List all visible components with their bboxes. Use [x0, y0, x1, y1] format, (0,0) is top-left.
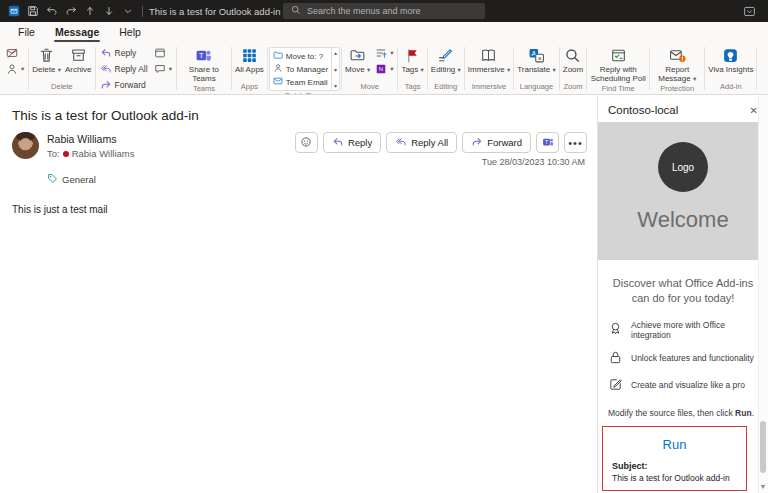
scheduling-poll-icon: [610, 47, 627, 64]
ribbon-tabs: File Message Help: [0, 22, 768, 43]
feature-list: Achieve more with Office integration Unl…: [598, 310, 768, 394]
reading-pane: This is a test for Outlook add-in Rabia …: [0, 96, 597, 493]
zoom-icon: [564, 47, 581, 64]
group-label-respond: Respond: [96, 92, 176, 95]
ribbon-group-teams: T Share to Teams Teams: [177, 43, 231, 94]
more-respond-button[interactable]: ▾: [152, 62, 174, 76]
translate-button[interactable]: Aa Translate ▾: [515, 46, 558, 75]
group-label-find-time: Find Time: [587, 84, 649, 95]
reply-button[interactable]: Reply: [98, 46, 150, 60]
search-box[interactable]: Search the menus and more: [283, 3, 485, 19]
ribbon-layout-toggle-button[interactable]: [743, 5, 756, 18]
group-label-contoso: [757, 84, 768, 95]
group-label-immersive: Immersive: [465, 82, 513, 94]
taskpane-scrollbar[interactable]: ▼: [758, 96, 768, 493]
immersive-button[interactable]: Immersive ▾: [466, 46, 512, 75]
share-to-teams-button[interactable]: T Share to Teams: [178, 46, 230, 84]
customize-qat-chevron-icon[interactable]: [122, 5, 134, 17]
meeting-button[interactable]: [152, 46, 174, 60]
sensitivity-label[interactable]: General: [0, 167, 597, 186]
scroll-down-icon[interactable]: ▼: [760, 483, 767, 490]
contoso-addin-button[interactable]: Contoso Add-in ▾: [758, 46, 768, 84]
taskpane-banner: Logo Welcome: [598, 122, 768, 260]
titlebar-right-controls: [743, 5, 768, 18]
dropdown-chevron: ▾: [21, 65, 24, 73]
ribbon-award-icon: [608, 321, 623, 338]
delete-button[interactable]: Delete ▾: [30, 46, 63, 75]
all-apps-button[interactable]: All Apps: [233, 46, 266, 75]
scroll-up-icon[interactable]: ▴: [334, 49, 337, 56]
forward-action-button[interactable]: Forward: [462, 132, 531, 153]
run-button[interactable]: Run: [608, 432, 741, 461]
save-button[interactable]: [27, 5, 39, 17]
group-label-tags: Tags: [398, 82, 426, 94]
next-item-button[interactable]: [103, 5, 115, 17]
archive-button[interactable]: Archive: [63, 46, 94, 75]
rules-button[interactable]: ▾: [373, 46, 395, 60]
report-message-icon: [669, 47, 686, 64]
tab-file[interactable]: File: [8, 23, 45, 43]
reply-all-button[interactable]: Reply All: [98, 62, 150, 76]
reply-icon: [332, 136, 344, 150]
archive-label: Archive: [65, 65, 92, 74]
quick-step-team-email[interactable]: Team Email: [273, 76, 328, 88]
to-label: To:: [47, 148, 60, 159]
report-message-button[interactable]: Report Message ▾: [651, 46, 703, 84]
share-to-teams-action-button[interactable]: T: [536, 132, 559, 153]
scheduling-poll-button[interactable]: Reply with Scheduling Poll: [588, 46, 648, 84]
chat-icon: [154, 63, 166, 75]
sender-name[interactable]: Rabia Williams: [47, 132, 135, 145]
move-folder-icon: [349, 47, 366, 64]
group-label-delete: Delete: [29, 82, 94, 94]
group-label-apps: Apps: [232, 82, 267, 94]
previous-item-button[interactable]: [84, 5, 96, 17]
dropdown-chevron: ▾: [507, 66, 510, 73]
move-button[interactable]: Move ▾: [343, 46, 372, 75]
editing-icon: [437, 47, 454, 64]
quick-steps-scroll: ▴ ▾ ▾: [331, 48, 339, 90]
forward-icon: [100, 79, 112, 91]
sender-avatar[interactable]: [12, 132, 39, 159]
dropdown-chevron: ▾: [390, 49, 393, 57]
gallery-more-icon[interactable]: ▾: [334, 82, 337, 89]
forward-button[interactable]: Forward: [98, 78, 150, 92]
rules-icon: [375, 47, 387, 59]
dropdown-chevron: ▾: [552, 66, 555, 73]
scrollbar-thumb[interactable]: [760, 421, 766, 473]
tags-button[interactable]: Tags ▾: [399, 46, 425, 75]
list-item: Achieve more with Office integration: [608, 320, 762, 340]
ignore-button[interactable]: [4, 46, 26, 60]
group-label-quick-steps: Quick Steps: [268, 91, 341, 95]
ribbon-group-respond: Reply Reply All Forward ▾ Respond: [96, 43, 176, 94]
redo-button[interactable]: [65, 5, 77, 17]
share-to-teams-label: Share to Teams: [180, 65, 228, 83]
viva-insights-button[interactable]: Viva Insights: [706, 46, 755, 75]
more-actions-button[interactable]: •••: [564, 132, 587, 153]
close-taskpane-button[interactable]: ✕: [750, 105, 758, 116]
dropdown-chevron: ▾: [169, 65, 172, 73]
flag-icon: [404, 47, 421, 64]
onenote-button[interactable]: N▾: [373, 62, 395, 76]
zoom-button[interactable]: Zoom: [561, 46, 585, 75]
quick-step-to-manager[interactable]: To Manager: [273, 63, 328, 75]
ribbon-group-language: Aa Translate ▾ Language: [514, 43, 559, 94]
editing-button[interactable]: Editing ▾: [429, 46, 463, 75]
reply-all-action-button[interactable]: Reply All: [386, 132, 457, 153]
reactions-button[interactable]: [295, 132, 318, 153]
ribbon-group-tags: Tags ▾ Tags: [398, 43, 426, 94]
reply-action-button[interactable]: Reply: [323, 132, 381, 153]
undo-button[interactable]: [46, 5, 58, 17]
dropdown-chevron: ▾: [390, 65, 393, 73]
all-apps-label: All Apps: [235, 65, 264, 74]
message-date: Tue 28/03/2023 10:30 AM: [482, 157, 587, 167]
tab-help[interactable]: Help: [109, 23, 151, 43]
reply-all-icon: [395, 136, 407, 150]
quick-step-move-to[interactable]: Move to: ?: [273, 50, 328, 62]
search-icon: [291, 5, 301, 17]
junk-button[interactable]: ▾: [4, 62, 26, 76]
teams-icon: T: [195, 47, 212, 64]
recipient-name[interactable]: Rabia Williams: [72, 148, 135, 159]
tab-message[interactable]: Message: [45, 23, 109, 43]
ribbon-group-editing: Editing ▾ Editing: [428, 43, 464, 94]
scroll-down-icon[interactable]: ▾: [334, 66, 337, 73]
